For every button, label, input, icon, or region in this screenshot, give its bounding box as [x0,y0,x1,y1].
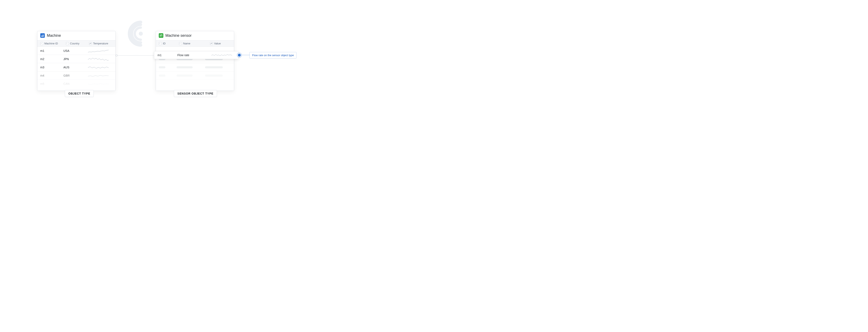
diagram-stage: Machine ” Machine ID ” Country Temperatu… [0,0,313,120]
string-type-icon: ” [159,42,162,45]
string-type-icon: ” [66,42,69,45]
cell-country: AUS [63,66,84,69]
link-connector [116,55,156,56]
signal-icon [125,21,154,50]
sensor-icon [159,33,163,38]
table-row: m2 JPN [37,55,116,63]
machine-icon [40,33,45,38]
object-type-card: Machine ” Machine ID ” Country Temperatu… [37,31,116,91]
table-row: m5 CAN [37,80,116,88]
timeseries-type-icon [210,42,213,45]
cell-id: m4 [40,74,63,77]
cell-country: JPN [63,57,84,61]
cell-id: m1 [158,54,177,57]
highlighted-sensor-row: m1 Flow rate [154,51,239,59]
highlight-handle-icon [238,54,241,57]
callout-connector [241,55,249,55]
table-header: ” Machine ID ” Country Temperature [37,40,116,47]
cell-id: m1 [40,49,63,53]
svg-text:”: ” [41,43,42,44]
object-type-label: Object type [65,90,94,97]
cell-sparkline [84,49,113,53]
cell-name: Flow rate [177,54,208,57]
string-type-icon: ” [179,42,182,45]
cell-id: m5 [40,82,63,86]
callout-label: Flow rate on the sensor object type [249,52,297,58]
string-type-icon: ” [40,42,43,45]
cell-sparkline [84,65,113,69]
svg-text:”: ” [180,43,181,44]
column-header: Country [70,42,80,45]
cell-id: m3 [40,66,63,69]
table-row: m4 GBR [37,71,116,80]
cell-country: USA [63,49,84,53]
sensor-object-type-card: Machine sensor ” ID ” Name Value [156,31,234,91]
cell-sparkline [84,57,113,61]
cell-country: GBR [63,74,84,77]
table-row: m3 AUS [37,63,116,71]
cell-sparkline [84,73,113,78]
table-row: m1 USA [37,47,116,55]
table-row-placeholder [156,63,234,71]
cell-sparkline [84,82,113,86]
timeseries-type-icon [89,42,92,45]
svg-text:”: ” [159,43,160,44]
column-header: Machine ID [44,42,58,45]
sensor-object-type-label: Sensor object type [174,90,217,97]
column-header: Temperature [93,42,108,45]
column-header: Name [183,42,190,45]
column-header: ID [163,42,165,45]
cell-id: m2 [40,57,63,61]
table-header: ” ID ” Name Value [156,40,234,47]
cell-country: CAN [63,82,84,86]
column-header: Value [214,42,221,45]
table-row-placeholder [156,71,234,80]
card-header: Machine [37,31,116,40]
card-header: Machine sensor [156,31,234,40]
cell-sparkline [208,53,235,57]
svg-text:”: ” [66,43,67,44]
svg-point-0 [139,32,143,36]
card-title: Machine [47,33,61,38]
card-title: Machine sensor [165,33,192,38]
